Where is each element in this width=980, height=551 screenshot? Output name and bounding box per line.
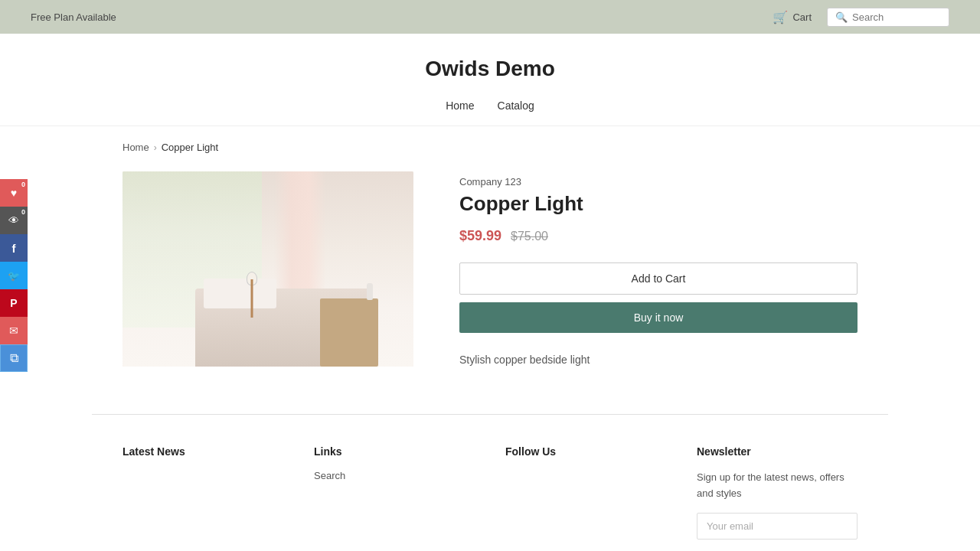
search-input[interactable] bbox=[852, 11, 941, 23]
newsletter-email-input[interactable] bbox=[697, 513, 858, 540]
product-description: Stylish copper bedside light bbox=[459, 351, 858, 368]
pinterest-share-button[interactable]: P bbox=[0, 289, 28, 317]
wishlist-button[interactable]: ♥ 0 bbox=[0, 179, 28, 207]
price-original: $75.00 bbox=[511, 230, 548, 243]
site-footer: Latest News Links Search Follow Us Newsl… bbox=[0, 414, 980, 551]
cart-icon: 🛒 bbox=[773, 10, 788, 24]
site-title: Owids Demo bbox=[15, 57, 965, 81]
footer-follow-us: Follow Us bbox=[505, 445, 666, 540]
add-to-cart-button[interactable]: Add to Cart bbox=[459, 262, 858, 295]
buy-now-button[interactable]: Buy it now bbox=[459, 302, 858, 333]
search-icon: 🔍 bbox=[835, 11, 848, 23]
pinterest-icon: P bbox=[10, 297, 17, 309]
product-info: Company 123 Copper Light $59.99 $75.00 A… bbox=[459, 171, 858, 368]
nav-home[interactable]: Home bbox=[446, 99, 474, 112]
twitter-share-button[interactable]: 🐦 bbox=[0, 262, 28, 289]
footer-latest-news: Latest News bbox=[122, 445, 283, 540]
heart-icon: ♥ bbox=[11, 187, 17, 199]
product-vendor: Company 123 bbox=[459, 176, 858, 187]
newsletter-heading: Newsletter bbox=[697, 445, 858, 458]
site-nav: Home Catalog bbox=[0, 89, 980, 126]
views-count: 0 bbox=[21, 208, 25, 216]
eye-icon: 👁 bbox=[8, 214, 19, 227]
announcement-text: Free Plan Available bbox=[31, 11, 116, 23]
cart-link[interactable]: 🛒 Cart bbox=[773, 10, 812, 24]
top-bar-actions: 🛒 Cart 🔍 bbox=[773, 8, 949, 27]
copy-link-button[interactable]: ⧉ bbox=[0, 344, 28, 372]
email-icon: ✉ bbox=[9, 324, 18, 337]
footer-links: Links Search bbox=[314, 445, 475, 540]
site-header: Owids Demo bbox=[0, 34, 980, 89]
product-section: Company 123 Copper Light $59.99 $75.00 A… bbox=[122, 171, 858, 368]
breadcrumb-separator: › bbox=[154, 142, 157, 153]
follow-us-heading: Follow Us bbox=[505, 445, 666, 458]
main-content: Home › Copper Light Company 123 bbox=[92, 126, 888, 414]
breadcrumb: Home › Copper Light bbox=[122, 142, 858, 153]
footer-grid: Latest News Links Search Follow Us Newsl… bbox=[122, 445, 858, 540]
product-title: Copper Light bbox=[459, 192, 858, 216]
footer-search-link[interactable]: Search bbox=[314, 470, 475, 481]
breadcrumb-current: Copper Light bbox=[162, 142, 218, 153]
nav-catalog[interactable]: Catalog bbox=[498, 99, 534, 112]
email-share-button[interactable]: ✉ bbox=[0, 317, 28, 344]
product-price: $59.99 $75.00 bbox=[459, 228, 858, 244]
twitter-icon: 🐦 bbox=[8, 270, 20, 282]
facebook-share-button[interactable]: f bbox=[0, 234, 28, 262]
wishlist-count: 0 bbox=[21, 181, 25, 188]
facebook-icon: f bbox=[12, 242, 16, 255]
top-bar: Free Plan Available 🛒 Cart 🔍 bbox=[0, 0, 980, 34]
product-image-placeholder bbox=[122, 171, 413, 367]
cart-label: Cart bbox=[792, 11, 812, 23]
breadcrumb-home[interactable]: Home bbox=[122, 142, 149, 153]
search-box[interactable]: 🔍 bbox=[827, 8, 949, 27]
price-sale: $59.99 bbox=[459, 228, 501, 244]
newsletter-text: Sign up for the latest news, offers and … bbox=[697, 470, 858, 502]
copy-icon: ⧉ bbox=[10, 351, 18, 365]
views-button[interactable]: 👁 0 bbox=[0, 207, 28, 234]
social-sidebar: ♥ 0 👁 0 f 🐦 P ✉ ⧉ bbox=[0, 179, 28, 372]
footer-newsletter: Newsletter Sign up for the latest news, … bbox=[697, 445, 858, 540]
product-image bbox=[122, 171, 413, 367]
latest-news-heading: Latest News bbox=[122, 445, 283, 458]
links-heading: Links bbox=[314, 445, 475, 458]
